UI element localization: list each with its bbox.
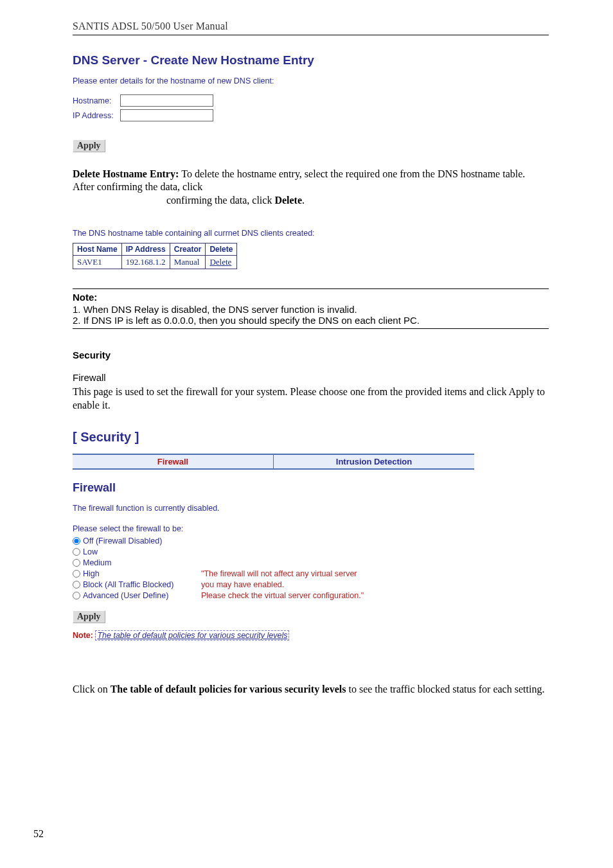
firewall-title: Firewall [73, 481, 549, 495]
radio-off-label: Off (Firewall Disabled) [83, 536, 201, 547]
running-header: SANTIS ADSL 50/500 User Manual [73, 21, 549, 35]
dns-table-caption: The DNS hostname table containing all cu… [73, 229, 549, 238]
radio-off[interactable] [73, 537, 80, 545]
note-line-1: 1. When DNS Relay is disabled, the DNS s… [73, 304, 549, 315]
delete-hostname-tail: . [302, 195, 305, 206]
security-bracket-title: [ Security ] [73, 430, 549, 445]
delete-hostname-paragraph: Delete Hostname Entry: To delete the hos… [73, 168, 549, 207]
firewall-note-link-line: Note: The table of default policies for … [73, 631, 549, 640]
tab-intrusion-detection[interactable]: Intrusion Detection [274, 455, 474, 468]
table-row: SAVE1 192.168.1.2 Manual Delete [73, 256, 237, 269]
dns-create-title: DNS Server - Create New Hostname Entry [73, 53, 549, 67]
firewall-subheading: Firewall [73, 372, 549, 383]
radio-medium[interactable] [73, 559, 80, 567]
note-heading: Note: [73, 292, 549, 303]
firewall-select-label: Please select the firewall to be: [73, 524, 549, 533]
ip-address-label: IP Address: [73, 111, 120, 120]
apply-button-firewall[interactable]: Apply [73, 610, 105, 623]
firewall-side-note: "The firewall will not affect any virtua… [201, 569, 364, 601]
cell-creator: Manual [170, 256, 206, 269]
side-note-l3: Please check the virtual server configur… [201, 591, 364, 600]
col-delete: Delete [206, 244, 237, 256]
hostname-label: Hostname: [73, 96, 120, 105]
apply-button-dns[interactable]: Apply [73, 139, 105, 152]
delete-hostname-bold2: Delete [274, 195, 302, 206]
firewall-description: This page is used to set the firewall fo… [73, 385, 549, 412]
delete-link[interactable]: Delete [209, 257, 231, 267]
radio-low[interactable] [73, 548, 80, 556]
side-note-l1: "The firewall will not affect any virtua… [201, 569, 357, 578]
trailing-post: to see the traffic blocked status for ea… [346, 684, 544, 695]
security-tab-bar: Firewall Intrusion Detection [73, 454, 474, 470]
page-number: 52 [33, 828, 44, 840]
cell-hostname: SAVE1 [73, 256, 122, 269]
trailing-pre: Click on [73, 684, 111, 695]
radio-high-label: High [83, 569, 201, 580]
trailing-bold: The table of default policies for variou… [111, 684, 346, 695]
firewall-status: The firewall function is currently disab… [73, 504, 549, 513]
col-hostname: Host Name [73, 244, 122, 256]
default-policies-link[interactable]: The table of default policies for variou… [95, 630, 289, 641]
trailing-paragraph: Click on The table of default policies f… [73, 684, 549, 695]
note-label: Note: [73, 631, 93, 640]
col-ip: IP Address [121, 244, 170, 256]
radio-medium-label: Medium [83, 558, 201, 569]
radio-block[interactable] [73, 581, 80, 589]
ip-address-input[interactable] [120, 109, 213, 121]
col-creator: Creator [170, 244, 206, 256]
radio-block-label: Block (All Traffic Blocked) [83, 580, 201, 590]
radio-low-label: Low [83, 547, 201, 558]
radio-high[interactable] [73, 570, 80, 578]
cell-ip: 192.168.1.2 [121, 256, 170, 269]
radio-advanced[interactable] [73, 592, 80, 599]
delete-hostname-lead: Delete Hostname Entry: [73, 168, 181, 179]
tab-firewall[interactable]: Firewall [73, 455, 273, 468]
dns-create-instructions: Please enter details for the hostname of… [73, 76, 549, 85]
security-heading: Security [73, 350, 549, 360]
table-header-row: Host Name IP Address Creator Delete [73, 244, 237, 256]
hostname-input[interactable] [120, 94, 213, 107]
dns-hostname-table: Host Name IP Address Creator Delete SAVE… [73, 243, 237, 269]
side-note-l2: you may have enabled. [201, 580, 284, 589]
radio-advanced-label: Advanced (User Define) [83, 590, 201, 601]
delete-hostname-body2-pre: confirming the data, click [166, 195, 274, 206]
note-line-2: 2. If DNS IP is left as 0.0.0.0, then yo… [73, 315, 549, 326]
